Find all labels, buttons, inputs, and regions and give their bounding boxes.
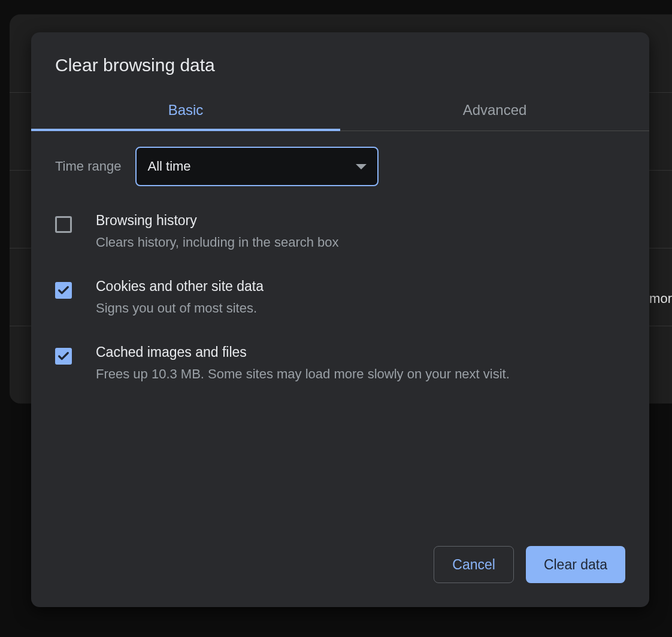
time-range-row: Time range All time [55,147,625,186]
backdrop-partial-text: mor [649,291,672,307]
option-title: Cached images and files [96,344,625,360]
time-range-select[interactable]: All time [135,147,379,186]
tab-basic[interactable]: Basic [31,92,340,131]
time-range-value: All time [147,159,356,174]
chevron-down-icon [356,164,367,169]
option-text: Cookies and other site data Signs you ou… [96,278,625,318]
clear-data-button[interactable]: Clear data [526,546,625,583]
cancel-button[interactable]: Cancel [434,546,514,583]
dialog-body: Time range All time Browsing history Cle… [31,131,649,546]
checkbox-browsing-history[interactable] [55,216,72,233]
option-text: Cached images and files Frees up 10.3 MB… [96,344,625,384]
dialog-footer: Cancel Clear data [31,546,649,607]
time-range-label: Time range [55,159,121,174]
option-desc: Signs you out of most sites. [96,299,625,318]
option-title: Cookies and other site data [96,278,625,295]
option-text: Browsing history Clears history, includi… [96,213,625,252]
option-cookies: Cookies and other site data Signs you ou… [55,278,625,318]
option-title: Browsing history [96,213,625,229]
option-desc: Clears history, including in the search … [96,233,625,252]
option-desc: Frees up 10.3 MB. Some sites may load mo… [96,365,625,384]
option-cache: Cached images and files Frees up 10.3 MB… [55,344,625,384]
option-browsing-history: Browsing history Clears history, includi… [55,213,625,252]
check-icon [57,284,70,297]
tab-advanced[interactable]: Advanced [340,92,649,131]
dialog-title: Clear browsing data [31,32,649,92]
checkbox-cache[interactable] [55,348,72,365]
clear-browsing-data-dialog: Clear browsing data Basic Advanced Time … [31,32,649,607]
checkbox-cookies[interactable] [55,282,72,299]
check-icon [57,350,70,363]
dialog-tabs: Basic Advanced [31,92,649,131]
